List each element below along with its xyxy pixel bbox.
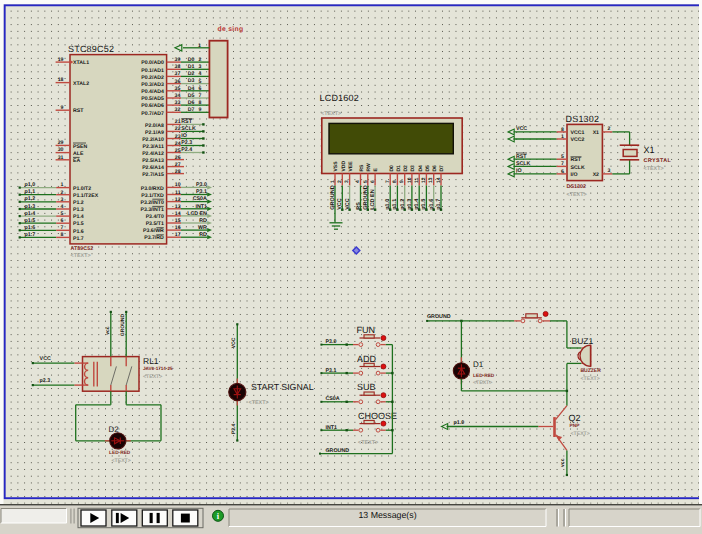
svg-text:14: 14	[175, 211, 181, 217]
svg-text:10: 10	[407, 177, 413, 183]
svg-text:XTAL1: XTAL1	[73, 60, 89, 66]
svg-text:P3.0: P3.0	[326, 339, 337, 345]
svg-text:9: 9	[61, 105, 64, 111]
svg-text:D1: D1	[396, 165, 402, 172]
svg-text:D7: D7	[439, 165, 445, 172]
svg-text:10: 10	[175, 182, 181, 188]
svg-text:<TEXT>: <TEXT>	[249, 400, 269, 406]
svg-text:4: 4	[355, 180, 361, 183]
svg-text:5: 5	[561, 154, 564, 160]
svg-text:P0.6/AD6: P0.6/AD6	[141, 103, 164, 109]
svg-text:2: 2	[608, 126, 611, 132]
svg-text:ADD: ADD	[357, 354, 377, 364]
svg-text:6: 6	[199, 86, 202, 92]
svg-text:RS: RS	[359, 164, 365, 172]
svg-text:11: 11	[414, 177, 420, 183]
svg-text:VCC1: VCC1	[571, 130, 585, 136]
svg-text:4: 4	[199, 71, 202, 77]
svg-text:37: 37	[175, 71, 181, 77]
svg-text:<TEXT>: <TEXT>	[143, 374, 162, 380]
svg-text:XTAL2: XTAL2	[73, 81, 89, 87]
svg-text:P3.6/WR: P3.6/WR	[143, 228, 164, 234]
svg-text:LCD EN: LCD EN	[370, 189, 376, 210]
svg-text:27: 27	[175, 162, 181, 168]
svg-text:38: 38	[175, 64, 181, 70]
svg-text:P0.2/AD2: P0.2/AD2	[141, 75, 164, 81]
svg-text:P1.7: P1.7	[73, 236, 84, 242]
svg-text:P2.3: P2.3	[181, 140, 192, 146]
svg-text:12: 12	[421, 177, 427, 183]
svg-text:1: 1	[330, 180, 336, 183]
svg-text:P2.4: P2.4	[181, 147, 192, 153]
svg-text:X1: X1	[644, 145, 655, 155]
svg-text:RST: RST	[181, 119, 192, 125]
svg-text:SUB: SUB	[357, 382, 376, 392]
svg-text:VCC: VCC	[516, 126, 527, 132]
svg-text:34: 34	[175, 93, 181, 99]
svg-text:29: 29	[58, 140, 64, 146]
svg-text:CHOOSE: CHOOSE	[358, 411, 397, 421]
svg-text:3: 3	[61, 197, 64, 203]
svg-text:26: 26	[175, 155, 181, 161]
svg-text:GROUND: GROUND	[326, 448, 350, 454]
svg-text:D5: D5	[425, 165, 431, 172]
svg-text:4: 4	[61, 204, 64, 210]
svg-text:LCD EN: LCD EN	[187, 211, 207, 217]
svg-text:GROUND: GROUND	[120, 314, 126, 337]
svg-text:VCC: VCC	[337, 198, 343, 210]
svg-text:P3.0/RXD: P3.0/RXD	[141, 186, 164, 192]
svg-text:p1.6: p1.6	[25, 225, 36, 231]
svg-text:p2.3: p2.3	[40, 378, 51, 384]
svg-text:<TEXT>: <TEXT>	[567, 192, 587, 198]
svg-text:36: 36	[175, 79, 181, 85]
svg-text:CS0A: CS0A	[326, 396, 340, 402]
svg-text:5: 5	[199, 79, 202, 85]
svg-text:D0: D0	[389, 165, 395, 172]
svg-text:D1: D1	[188, 64, 195, 70]
svg-text:P0.1/AD1: P0.1/AD1	[141, 68, 164, 74]
svg-text:ALE: ALE	[73, 151, 84, 157]
svg-text:RST: RST	[571, 157, 582, 163]
svg-text:p1.3: p1.3	[25, 204, 36, 210]
svg-text:12: 12	[175, 197, 181, 203]
svg-text:GROUND: GROUND	[363, 185, 369, 209]
svg-text:vcc: vcc	[105, 326, 111, 335]
svg-text:p1.1: p1.1	[25, 189, 36, 195]
svg-text:3: 3	[199, 64, 202, 70]
svg-text:D5: D5	[188, 93, 195, 99]
svg-text:P0.0/AD0: P0.0/AD0	[141, 60, 164, 66]
svg-text:p1.4: p1.4	[414, 198, 420, 210]
svg-text:SCLK: SCLK	[571, 165, 585, 171]
svg-text:EA: EA	[73, 158, 80, 164]
svg-text:LCD1602: LCD1602	[320, 93, 359, 103]
svg-text:P2.4/A12: P2.4/A12	[142, 151, 164, 157]
svg-text:BUZZER: BUZZER	[581, 368, 602, 374]
svg-text:P3.1: P3.1	[326, 368, 337, 374]
svg-text:DS1302: DS1302	[567, 184, 586, 190]
svg-text:CRYSTAL: CRYSTAL	[644, 158, 672, 164]
svg-text:7: 7	[561, 161, 564, 167]
svg-text:D1: D1	[473, 360, 484, 369]
svg-text:18: 18	[58, 77, 64, 83]
svg-text:5: 5	[61, 211, 64, 217]
svg-text:P1.0/T2: P1.0/T2	[73, 186, 91, 192]
svg-text:RW: RW	[366, 163, 372, 172]
svg-text:16: 16	[175, 225, 181, 231]
svg-text:<TEXT>: <TEXT>	[321, 111, 341, 117]
svg-text:25: 25	[175, 148, 181, 154]
svg-text:P3.1/TXD: P3.1/TXD	[141, 193, 164, 199]
svg-text:p1.6: p1.6	[429, 199, 435, 210]
svg-text:GROUND: GROUND	[330, 185, 336, 209]
svg-text:P3.3/INT1: P3.3/INT1	[140, 207, 163, 213]
svg-text:2: 2	[199, 57, 202, 63]
svg-text:p1.0: p1.0	[385, 199, 391, 210]
svg-text:D3: D3	[188, 78, 195, 84]
svg-text:START SIGNAL: START SIGNAL	[251, 382, 314, 392]
svg-text:RL1: RL1	[143, 356, 159, 366]
svg-text:p1.0: p1.0	[454, 420, 465, 426]
svg-text:VCC2: VCC2	[571, 137, 585, 143]
svg-text:30: 30	[58, 147, 64, 153]
svg-text:X2: X2	[593, 172, 599, 178]
svg-text:<TEXT>: <TEXT>	[581, 376, 600, 382]
svg-text:AT89C52: AT89C52	[71, 246, 94, 252]
